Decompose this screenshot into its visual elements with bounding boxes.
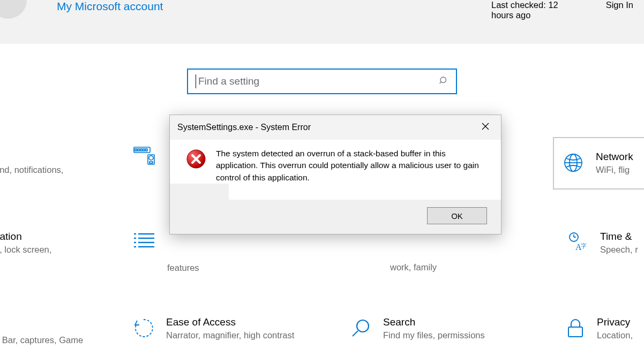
- tile-time-title: Time &: [600, 231, 638, 242]
- svg-point-9: [149, 156, 153, 160]
- tile-privacy[interactable]: Privacy Location,: [566, 316, 644, 341]
- dialog-titlebar[interactable]: SystemSettings.exe - System Error: [170, 115, 501, 140]
- svg-line-1: [440, 82, 441, 84]
- tile-ease-subtitle: Narrator, magnifier, high contrast: [166, 329, 294, 341]
- tile-network[interactable]: Network WiFi, flig: [553, 137, 644, 189]
- svg-line-28: [353, 331, 358, 336]
- tile-gaming-subtitle-fragment: e Bar, captures, Game: [0, 334, 83, 346]
- svg-text:字: 字: [581, 242, 587, 249]
- tile-accounts-subtitle-fragment: work, family: [390, 261, 437, 273]
- tile-privacy-title: Privacy: [597, 316, 633, 328]
- header-bar: My Microsoft account Last checked: 12 ho…: [0, 0, 644, 44]
- search-container: Find a setting: [0, 69, 644, 94]
- svg-point-0: [440, 77, 446, 83]
- dialog-footer: OK: [170, 200, 501, 234]
- tile-search[interactable]: Search Find my files, permissions: [350, 316, 527, 341]
- tile-personalization-fragment: sation d, lock screen,: [0, 231, 51, 255]
- svg-rect-10: [149, 162, 153, 163]
- tile-network-title: Network: [596, 151, 633, 163]
- error-dialog: SystemSettings.exe - System Error The sy: [169, 115, 501, 234]
- tile-devices[interactable]: [133, 145, 156, 168]
- apps-icon: [133, 232, 155, 252]
- ease-of-access-icon: [133, 317, 154, 341]
- tile-search-subtitle: Find my files, permissions: [383, 329, 485, 341]
- tile-privacy-subtitle: Location,: [597, 329, 633, 341]
- search-tile-icon: [350, 317, 371, 341]
- tile-ease-title: Ease of Access: [166, 316, 294, 328]
- tile-network-subtitle: WiFi, flig: [596, 164, 633, 176]
- tile-time-language[interactable]: A 字 Time & Speech, r: [566, 231, 644, 255]
- my-account-link[interactable]: My Microsoft account: [57, 0, 163, 13]
- tile-apps-subtitle: features: [167, 262, 199, 274]
- tile-system-subtitle-fragment: und, notifications,: [0, 164, 63, 176]
- dialog-footer-notch: [170, 184, 229, 200]
- dialog-title: SystemSettings.exe - System Error: [177, 123, 311, 132]
- time-language-icon: A 字: [566, 232, 588, 254]
- svg-rect-5: [140, 149, 142, 151]
- svg-rect-3: [135, 149, 137, 151]
- tile-personalization-title-fragment: sation: [0, 231, 51, 242]
- close-icon[interactable]: [477, 120, 493, 134]
- user-avatar[interactable]: [0, 0, 27, 19]
- svg-rect-6: [143, 149, 145, 151]
- tile-search-title: Search: [383, 316, 485, 328]
- error-icon: [186, 149, 206, 171]
- last-checked-label: Last checked: 12 hours ago: [491, 0, 561, 20]
- search-input[interactable]: Find a setting: [187, 69, 457, 94]
- svg-point-27: [357, 320, 369, 332]
- sign-in-link[interactable]: Sign In: [606, 0, 633, 10]
- privacy-icon: [566, 317, 585, 341]
- search-placeholder: Find a setting: [198, 75, 259, 87]
- svg-rect-7: [146, 149, 147, 151]
- tile-ease-of-access[interactable]: Ease of Access Narrator, magnifier, high…: [133, 316, 310, 341]
- search-icon: [439, 75, 448, 87]
- svg-rect-29: [568, 327, 582, 337]
- ok-button[interactable]: OK: [427, 207, 487, 224]
- tile-apps[interactable]: features: [133, 231, 310, 274]
- network-icon: [563, 152, 584, 176]
- tile-personalization-subtitle-fragment: d, lock screen,: [0, 244, 51, 255]
- svg-rect-4: [138, 149, 139, 151]
- devices-icon: [133, 146, 156, 168]
- text-cursor: [196, 74, 196, 88]
- dialog-message: The system detected an overrun of a stac…: [216, 148, 488, 184]
- tile-time-subtitle: Speech, r: [600, 244, 638, 255]
